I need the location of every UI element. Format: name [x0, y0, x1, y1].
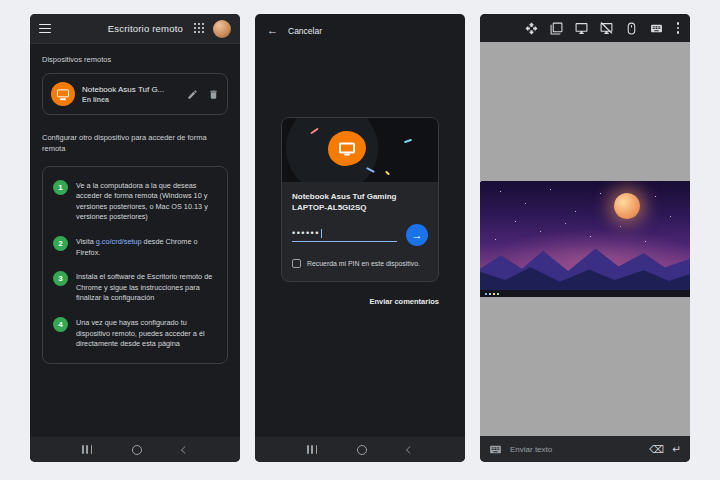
send-text-input[interactable]: Enviar texto — [510, 445, 641, 454]
step-text: Visita g.co/crd/setup desde Chrome o Fir… — [76, 236, 217, 258]
remember-pin-row: Recuerda mi PIN en este dispositivo. — [292, 259, 428, 268]
avatar[interactable] — [213, 20, 231, 38]
step-text: Instala el software de Escritorio remoto… — [76, 271, 217, 304]
display-off-icon[interactable] — [600, 22, 613, 35]
session-toolbar — [480, 14, 690, 42]
devices-section-header: Dispositivos remotos — [42, 55, 228, 64]
send-feedback-link[interactable]: Enviar comentarios — [281, 297, 439, 306]
setup-step: 3 Instala el software de Escritorio remo… — [53, 271, 217, 304]
pin-card: Notebook Asus Tuf Gaming LAPTOP-AL5GI2SQ… — [281, 117, 439, 282]
cancel-button[interactable]: Cancelar — [288, 26, 322, 36]
device-name: Notebook Asus Tuf G... — [82, 85, 177, 94]
screen-remote-desktop-home: Escritorio remoto Dispositivos remotos N… — [30, 14, 240, 462]
device-info: Notebook Asus Tuf G... En línea — [82, 85, 177, 103]
taskbar-icons — [485, 293, 487, 295]
more-options-icon[interactable] — [675, 22, 681, 34]
setup-step: 2 Visita g.co/crd/setup desde Chrome o F… — [53, 236, 217, 258]
decor-dash — [404, 139, 412, 143]
back-button[interactable] — [181, 445, 189, 453]
desktop-wallpaper — [480, 181, 690, 297]
overlap-windows-icon[interactable] — [550, 22, 563, 35]
home-button[interactable] — [132, 445, 142, 455]
device-title: Notebook Asus Tuf Gaming — [292, 191, 428, 202]
remember-pin-checkbox[interactable] — [292, 259, 301, 268]
pin-input[interactable]: •••••• — [292, 229, 397, 242]
display-icon[interactable] — [575, 22, 588, 35]
setup-step: 1 Ve a la computadora a la que deseas ac… — [53, 180, 217, 223]
pin-card-body: Notebook Asus Tuf Gaming LAPTOP-AL5GI2SQ… — [282, 182, 438, 281]
setup-steps-card: 1 Ve a la computadora a la que deseas ac… — [42, 166, 228, 364]
decor-dash — [385, 171, 390, 176]
enter-icon[interactable]: ↵ — [672, 444, 681, 455]
delete-icon[interactable] — [208, 89, 219, 100]
remote-desktop-view[interactable] — [480, 42, 690, 436]
app-bar: Escritorio remoto — [30, 14, 240, 44]
step-number-badge: 3 — [53, 271, 68, 286]
screen-remote-session: Enviar texto ⌫ ↵ — [480, 14, 690, 462]
back-button[interactable] — [406, 445, 414, 453]
step-number-badge: 4 — [53, 317, 68, 332]
app-title: Escritorio remoto — [108, 23, 183, 34]
keyboard-icon[interactable] — [489, 443, 502, 456]
back-icon[interactable]: ← — [267, 25, 278, 36]
text-caret — [321, 229, 322, 238]
pin-masked-value: •••••• — [292, 229, 320, 238]
moon — [614, 193, 640, 219]
monitor-icon — [57, 89, 69, 97]
setup-link[interactable]: g.co/crd/setup — [96, 237, 142, 246]
device-status: En línea — [82, 96, 177, 103]
step-number-badge: 1 — [53, 180, 68, 195]
step-number-badge: 2 — [53, 236, 68, 251]
recents-button[interactable] — [82, 445, 92, 454]
setup-section-header: Configurar otro dispositivo para acceder… — [42, 133, 228, 155]
edit-icon[interactable] — [187, 89, 198, 100]
remember-pin-label: Recuerda mi PIN en este dispositivo. — [307, 260, 420, 267]
pin-top-bar: ← Cancelar — [255, 14, 465, 47]
step-text: Una vez que hayas configurado tu disposi… — [76, 317, 217, 350]
recents-button[interactable] — [307, 445, 317, 454]
menu-icon[interactable] — [39, 24, 51, 34]
apps-grid-icon[interactable] — [194, 23, 205, 34]
device-card[interactable]: Notebook Asus Tuf G... En línea — [42, 73, 228, 115]
android-nav-bar — [255, 437, 465, 462]
screen-pin-entry: ← Cancelar Notebook Asus Tuf Gaming LAPT… — [255, 14, 465, 462]
device-subtitle: LAPTOP-AL5GI2SQ — [292, 202, 428, 213]
mouse-icon[interactable] — [625, 22, 638, 35]
remote-taskbar[interactable] — [480, 290, 690, 297]
connect-button[interactable]: → — [406, 224, 428, 246]
arrow-right-icon: → — [412, 229, 423, 241]
backspace-icon[interactable]: ⌫ — [649, 444, 664, 455]
device-icon — [51, 82, 75, 106]
pin-row: •••••• → — [292, 224, 428, 246]
home-body: Dispositivos remotos Notebook Asus Tuf G… — [30, 44, 240, 364]
device-banner — [282, 118, 438, 182]
home-button[interactable] — [357, 445, 367, 455]
text-input-bar: Enviar texto ⌫ ↵ — [480, 436, 690, 462]
keyboard-icon[interactable] — [650, 22, 663, 35]
stars — [480, 181, 481, 182]
android-nav-bar — [30, 437, 240, 462]
step-text: Ve a la computadora a la que deseas acce… — [76, 180, 217, 223]
monitor-icon — [339, 142, 355, 153]
setup-step: 4 Una vez que hayas configurado tu dispo… — [53, 317, 217, 350]
pan-icon[interactable] — [525, 22, 538, 35]
